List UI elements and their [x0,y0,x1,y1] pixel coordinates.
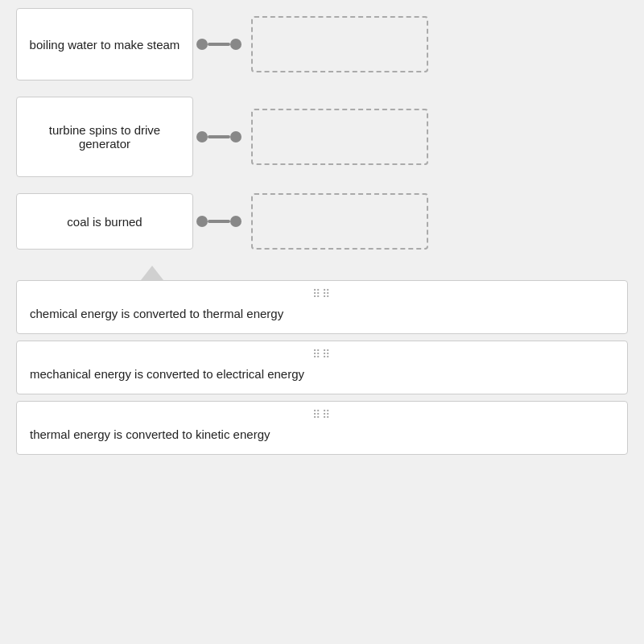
draggable-card-mechanical[interactable]: ⠿⠿ mechanical energy is converted to ele… [16,341,628,394]
connector-dot-left-3 [196,216,208,227]
connector-dot-right [230,39,242,50]
left-card-steam[interactable]: boiling water to make steam [16,8,193,80]
drag-dots-icon-3: ⠿⠿ [312,408,332,421]
drag-dots-icon: ⠿⠿ [312,287,332,300]
card-text-thermal: thermal energy is converted to kinetic e… [30,426,614,443]
connector-line [208,43,230,46]
drop-zone-coal[interactable] [251,193,428,250]
connector-turbine [196,131,242,142]
matching-row-steam: boiling water to make steam [16,0,628,89]
card-text-mechanical: mechanical energy is converted to electr… [30,365,614,382]
connector-dot-left-2 [196,131,208,142]
draggable-cards-area: ⠿⠿ chemical energy is converted to therm… [16,280,628,455]
triangle-indicator [141,266,163,280]
draggable-card-thermal[interactable]: ⠿⠿ thermal energy is converted to kineti… [16,401,628,455]
drag-handle-chemical: ⠿⠿ [30,287,614,300]
connector-dot-right-3 [230,216,242,227]
matching-row-turbine: turbine spins to drive generator [16,89,628,185]
drag-handle-mechanical: ⠿⠿ [30,348,614,361]
drag-dots-icon-2: ⠿⠿ [312,348,332,361]
connector-dot-right-2 [230,131,242,142]
matching-row-coal: coal is burned [16,185,628,258]
left-card-coal[interactable]: coal is burned [16,193,193,250]
drag-handle-thermal: ⠿⠿ [30,408,614,421]
connector-line-2 [208,135,230,138]
card-text-chemical: chemical energy is converted to thermal … [30,305,614,322]
drop-zone-turbine[interactable] [251,109,428,165]
connector-steam [196,39,242,50]
connector-line-3 [208,220,230,223]
drop-zone-steam[interactable] [251,16,428,72]
bottom-section: ⠿⠿ chemical energy is converted to therm… [0,266,644,471]
connector-coal [196,216,242,227]
connector-dot-left [196,39,208,50]
left-card-turbine[interactable]: turbine spins to drive generator [16,97,193,177]
draggable-card-chemical[interactable]: ⠿⠿ chemical energy is converted to therm… [16,280,628,334]
